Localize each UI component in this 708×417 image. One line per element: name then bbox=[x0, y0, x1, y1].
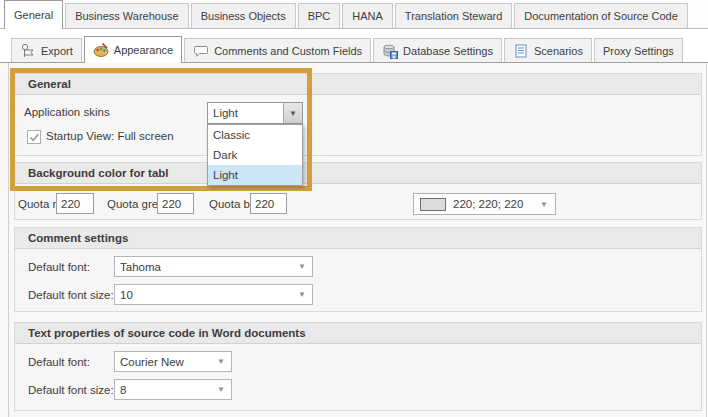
secondary-tab-bar: Export Appearance Comments and Custom Fi… bbox=[0, 36, 708, 63]
panel-right-border bbox=[706, 63, 707, 417]
background-color-group: Background color for tabl bbox=[14, 162, 702, 220]
tab-database-settings[interactable]: Database Settings bbox=[373, 38, 502, 62]
chevron-down-icon: ▼ bbox=[217, 385, 231, 394]
word-text-properties-group-title: Text properties of source code in Word d… bbox=[15, 323, 701, 344]
tab-general[interactable]: General bbox=[4, 0, 63, 29]
word-default-font-combo[interactable]: Courier New ▼ bbox=[114, 351, 232, 372]
color-swatch bbox=[420, 198, 446, 211]
comment-default-font-combo[interactable]: Tahoma ▼ bbox=[114, 256, 313, 277]
chevron-down-icon: ▼ bbox=[298, 290, 312, 299]
tab-scenarios[interactable]: Scenarios bbox=[504, 38, 592, 62]
comment-default-font-size-label: Default font size: bbox=[28, 289, 114, 301]
skins-dropdown-list: Classic Dark Light bbox=[207, 124, 303, 186]
application-skins-combo[interactable]: Light ▼ bbox=[207, 102, 303, 124]
dropdown-option-classic[interactable]: Classic bbox=[208, 125, 302, 145]
word-default-font-size-value: 8 bbox=[120, 384, 126, 396]
comment-bubble-icon bbox=[193, 43, 209, 59]
background-color-group-title: Background color for tabl bbox=[15, 163, 701, 184]
chevron-down-icon: ▼ bbox=[540, 200, 555, 209]
chevron-down-icon: ▼ bbox=[217, 357, 231, 366]
general-group: General bbox=[14, 73, 702, 156]
application-skins-value: Light bbox=[208, 103, 283, 123]
panel-left-border bbox=[8, 63, 9, 417]
comment-default-font-size-combo[interactable]: 10 ▼ bbox=[114, 284, 313, 305]
startup-fullscreen-checkbox[interactable] bbox=[27, 130, 41, 144]
tab-label: Scenarios bbox=[534, 45, 583, 57]
tab-comments-and-custom-fields[interactable]: Comments and Custom Fields bbox=[184, 38, 371, 62]
comment-settings-group-title: Comment settings bbox=[15, 228, 701, 249]
tab-business-warehouse[interactable]: Business Warehouse bbox=[65, 3, 189, 28]
startup-fullscreen-label: Startup View: Full screen bbox=[46, 130, 174, 142]
quota-red-input[interactable] bbox=[56, 193, 94, 214]
checkmark-icon bbox=[29, 132, 40, 143]
tab-business-objects[interactable]: Business Objects bbox=[191, 3, 296, 28]
tab-bpc[interactable]: BPC bbox=[298, 3, 341, 28]
export-flag-icon bbox=[20, 43, 36, 59]
palette-icon bbox=[93, 42, 109, 58]
tab-label: Export bbox=[41, 45, 73, 57]
word-default-font-size-combo[interactable]: 8 ▼ bbox=[114, 379, 232, 400]
background-color-combo[interactable]: 220; 220; 220 ▼ bbox=[413, 193, 556, 215]
options-window: General Business Warehouse Business Obje… bbox=[0, 0, 708, 417]
tab-appearance[interactable]: Appearance bbox=[84, 36, 182, 63]
application-skins-label: Application skins bbox=[24, 106, 110, 118]
color-combo-value: 220; 220; 220 bbox=[453, 198, 523, 210]
comment-default-font-value: Tahoma bbox=[120, 261, 161, 273]
tab-export[interactable]: Export bbox=[11, 38, 82, 62]
dropdown-option-dark[interactable]: Dark bbox=[208, 145, 302, 165]
tab-label: Proxy Settings bbox=[603, 45, 674, 57]
word-default-font-size-label: Default font size: bbox=[28, 384, 114, 396]
comment-default-font-size-value: 10 bbox=[120, 289, 133, 301]
quota-green-input[interactable] bbox=[157, 193, 194, 214]
tab-label: Comments and Custom Fields bbox=[214, 45, 362, 57]
combo-dropdown-button[interactable]: ▼ bbox=[283, 103, 302, 123]
word-default-font-value: Courier New bbox=[120, 356, 184, 368]
dropdown-option-light[interactable]: Light bbox=[208, 165, 302, 185]
comment-default-font-label: Default font: bbox=[28, 261, 90, 273]
quota-blue-input[interactable] bbox=[250, 193, 287, 214]
primary-tab-bar: General Business Warehouse Business Obje… bbox=[0, 0, 708, 29]
chevron-down-icon: ▼ bbox=[289, 109, 297, 118]
database-save-icon bbox=[382, 43, 398, 59]
tab-hana[interactable]: HANA bbox=[342, 3, 393, 28]
chevron-down-icon: ▼ bbox=[298, 262, 312, 271]
word-default-font-label: Default font: bbox=[28, 356, 90, 368]
tab-label: Appearance bbox=[114, 44, 173, 56]
scenarios-list-icon bbox=[513, 43, 529, 59]
general-group-title: General bbox=[15, 74, 701, 95]
tab-proxy-settings[interactable]: Proxy Settings bbox=[594, 38, 683, 62]
tab-translation-steward[interactable]: Translation Steward bbox=[395, 3, 512, 28]
tab-documentation-of-source-code[interactable]: Documentation of Source Code bbox=[514, 3, 687, 28]
tab-label: Database Settings bbox=[403, 45, 493, 57]
